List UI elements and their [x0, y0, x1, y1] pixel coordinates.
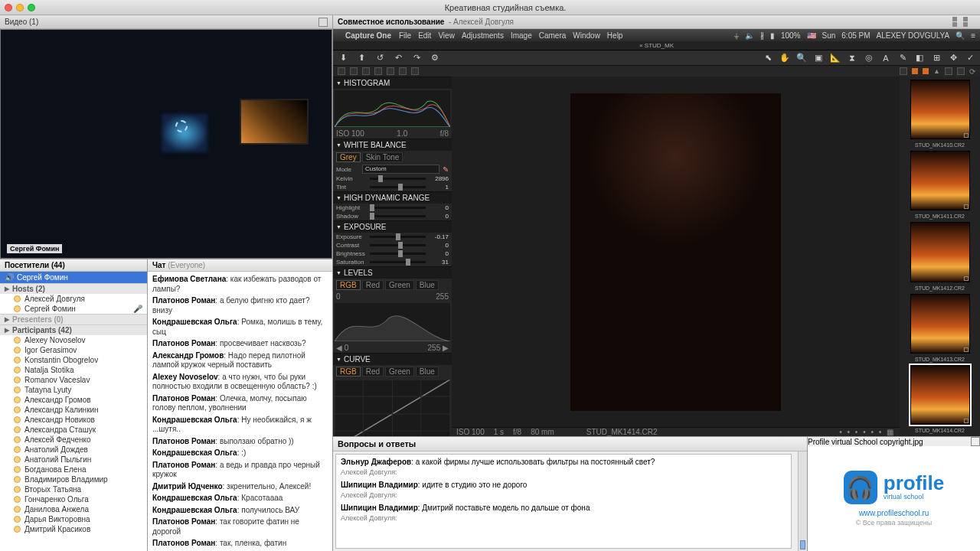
tools-panel[interactable]: ▼HISTOGRAM ISO 1001.0f/8 ▼WHITE BALANCE …	[333, 77, 452, 436]
layers-icon[interactable]: ◧	[914, 53, 925, 64]
group-presenters[interactable]: ▶Presenters (0)	[0, 314, 147, 324]
participant-row[interactable]: Анатолий Дождев	[0, 445, 147, 455]
thumbnail[interactable]	[910, 151, 970, 210]
host-row[interactable]: Сергей Фомин🎤	[0, 304, 147, 314]
participant-row[interactable]: Konstantin Obogrelov	[0, 355, 147, 365]
crop-icon[interactable]: ▣	[813, 53, 824, 64]
channel-tab[interactable]: Red	[362, 367, 384, 377]
participants-list[interactable]: Alexey NovoselovIgor GerasimovKonstantin…	[0, 335, 147, 551]
video-title: Видео (1)	[5, 18, 38, 26]
layout-icon[interactable]	[952, 17, 972, 27]
curve-graph[interactable]	[335, 380, 450, 436]
participant-row[interactable]: Igor Gerasimov	[0, 345, 147, 355]
chat-message: Кондрашевская Ольга: Ну необижайся, я ж …	[152, 416, 328, 435]
participant-row[interactable]: Владимиров Владимир	[0, 474, 147, 484]
participant-row[interactable]: Александр Калинкин	[0, 405, 147, 415]
active-speaker-row[interactable]: 🔊 Сергей Фомин	[0, 272, 147, 283]
person-icon	[14, 466, 21, 473]
shared-note: Profile virtual School copyright.jpg 🎧 p…	[808, 437, 980, 551]
adj-icon[interactable]: ⊞	[931, 53, 942, 64]
zoom-icon[interactable]	[28, 4, 35, 11]
channel-tab[interactable]: RGB	[336, 367, 361, 377]
channel-tab[interactable]: RGB	[336, 280, 361, 290]
menu-image[interactable]: Image	[511, 31, 532, 40]
redo-icon[interactable]: ↷	[411, 53, 422, 64]
group-participants[interactable]: ▶Participants (42)	[0, 324, 147, 335]
bluetooth-icon: ∦	[760, 31, 764, 40]
chat-panel: Чат (Everyone) Ефимова Светлана: как изб…	[148, 259, 332, 551]
wb-mode-select[interactable]: Custom	[362, 165, 439, 174]
wb-picker-icon[interactable]: ✎	[897, 53, 908, 64]
participant-row[interactable]: Алексей Федченко	[0, 435, 147, 445]
spotlight-icon[interactable]: 🔍	[956, 31, 965, 40]
spot-icon[interactable]: ◎	[864, 53, 874, 64]
menu-icon[interactable]: ≡	[971, 31, 975, 40]
brush-icon[interactable]: ✓	[965, 53, 975, 64]
participant-row[interactable]: Romanov Vaceslav	[0, 375, 147, 385]
participant-row[interactable]: Анатолий Пыльгин	[0, 455, 147, 465]
group-hosts[interactable]: ▶Hosts (2)	[0, 283, 147, 294]
channel-tab[interactable]: Green	[385, 367, 414, 377]
keystone-icon[interactable]: ⧗	[847, 53, 858, 64]
scrollbar[interactable]	[798, 452, 807, 551]
thumbnail[interactable]	[910, 365, 970, 425]
gear-icon[interactable]: ✥	[948, 53, 959, 64]
thumbnail-browser[interactable]: STUD_MK1410.CR2STUD_MK1411.CR2STUD_MK141…	[900, 77, 980, 436]
menu-adjustments[interactable]: Adjustments	[462, 31, 504, 40]
doc-tab[interactable]: × STUD_MK	[333, 41, 980, 51]
qa-body[interactable]: Эльнур Джаферов: а какой фирмы лучше исп…	[335, 454, 792, 549]
participant-row[interactable]: Дмитрий Красиков	[0, 524, 147, 534]
export-icon[interactable]: ⬆	[356, 53, 367, 64]
straighten-icon[interactable]: 📐	[830, 53, 841, 64]
menu-view[interactable]: View	[438, 31, 455, 40]
expand-note-icon[interactable]	[971, 437, 980, 446]
participant-row[interactable]: Natalja Stotika	[0, 365, 147, 375]
warning-icon[interactable]	[912, 68, 918, 74]
participant-row[interactable]: Гончаренко Ольга	[0, 494, 147, 504]
process-icon[interactable]: ⚙	[430, 53, 440, 64]
participant-row[interactable]: Александра Сташук	[0, 425, 147, 435]
participant-row[interactable]: Дарья Викторовна	[0, 514, 147, 524]
dropper-icon[interactable]: ✎	[443, 165, 449, 174]
channel-tab[interactable]: Blue	[416, 280, 439, 290]
close-icon[interactable]	[5, 4, 12, 11]
tab-icon[interactable]	[338, 67, 345, 75]
thumbnail[interactable]	[910, 222, 970, 282]
import-icon[interactable]: ⬇	[338, 53, 348, 64]
remote-menubar: Capture One FileEditViewAdjustmentsImage…	[333, 29, 980, 41]
levels-graph[interactable]	[335, 303, 450, 341]
kelvin-slider[interactable]	[370, 178, 426, 180]
tint-slider[interactable]	[370, 186, 426, 188]
app-name[interactable]: Capture One	[345, 31, 391, 40]
channel-tab[interactable]: Green	[385, 280, 414, 290]
image-viewer[interactable]: ISO 1001 sf/880 mm STUD_MK1414.CR2 • • •…	[452, 77, 900, 436]
expand-icon[interactable]	[318, 18, 328, 27]
participant-row[interactable]: Александр Новиков	[0, 415, 147, 425]
participant-row[interactable]: Вторых Татьяна	[0, 484, 147, 494]
zoom-tool-icon[interactable]: 🔍	[796, 53, 807, 64]
chat-message: Ефимова Светлана: как избежать разводов …	[152, 275, 328, 294]
chat-body[interactable]: Ефимова Светлана: как избежать разводов …	[148, 272, 332, 551]
channel-tab[interactable]: Red	[362, 280, 384, 290]
participant-row[interactable]: Александр Громов	[0, 395, 147, 405]
participant-row[interactable]: Alexey Novoselov	[0, 335, 147, 345]
minimize-icon[interactable]	[16, 4, 24, 11]
menu-file[interactable]: File	[399, 31, 411, 40]
cursor-icon[interactable]: ⬉	[763, 53, 773, 64]
text-icon[interactable]: A	[880, 53, 891, 64]
participant-row[interactable]: Данилова Анжела	[0, 504, 147, 514]
menu-camera[interactable]: Camera	[539, 31, 567, 40]
participant-row[interactable]: Tatayna Lyuty	[0, 385, 147, 395]
menu-window[interactable]: Window	[573, 31, 600, 40]
undo-icon[interactable]: ↶	[393, 53, 403, 64]
hand-icon[interactable]: ✋	[779, 53, 790, 64]
menu-edit[interactable]: Edit	[418, 31, 431, 40]
menu-help[interactable]: Help	[607, 31, 623, 40]
host-row[interactable]: Алексей Довгуля	[0, 294, 147, 304]
thumbnail[interactable]	[910, 80, 970, 139]
person-icon	[14, 386, 21, 393]
participant-row[interactable]: Богданова Елена	[0, 465, 147, 474]
channel-tab[interactable]: Blue	[416, 367, 439, 377]
thumbnail[interactable]	[910, 294, 970, 354]
reset-icon[interactable]: ↺	[374, 53, 385, 64]
